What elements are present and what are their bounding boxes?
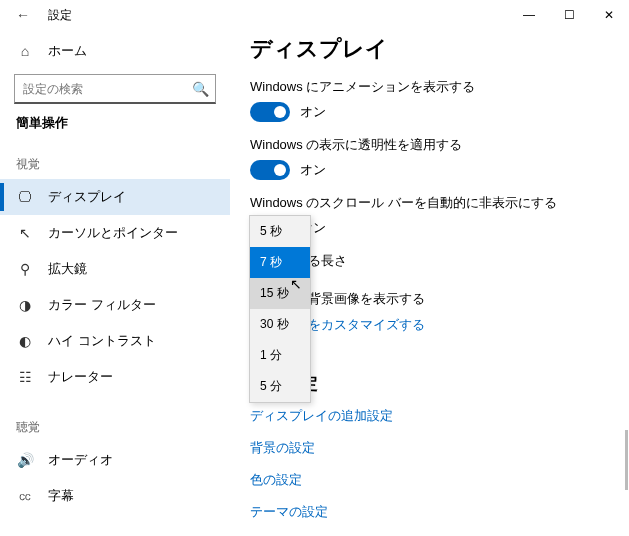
minimize-button[interactable]: — — [509, 0, 549, 30]
home-nav[interactable]: ⌂ ホーム — [0, 34, 230, 68]
home-icon: ⌂ — [16, 43, 34, 59]
narrator-icon: ☷ — [16, 369, 34, 385]
sidebar-item-color-filter[interactable]: ◑ カラー フィルター — [0, 287, 230, 323]
setting-animations-label: Windows にアニメーションを表示する — [250, 78, 611, 96]
sidebar-item-label: カーソルとポインター — [48, 224, 178, 242]
magnifier-icon: ⚲ — [16, 261, 34, 277]
scrollbar-indicator[interactable] — [625, 430, 628, 490]
toggle-animations-state: オン — [300, 103, 326, 121]
sidebar-item-magnifier[interactable]: ⚲ 拡大鏡 — [0, 251, 230, 287]
duration-dropdown[interactable]: 5 秒 7 秒 15 秒 30 秒 1 分 5 分 — [249, 215, 311, 403]
dropdown-option-5m[interactable]: 5 分 — [250, 371, 310, 402]
sidebar-item-label: 拡大鏡 — [48, 260, 87, 278]
sidebar-item-label: ナレーター — [48, 368, 113, 386]
audio-icon: 🔊 — [16, 452, 34, 468]
search-icon: 🔍 — [192, 81, 209, 97]
dropdown-option-7s[interactable]: 7 秒 — [250, 247, 310, 278]
link-background[interactable]: 背景の設定 — [250, 439, 611, 457]
dropdown-option-15s[interactable]: 15 秒 — [250, 278, 310, 309]
display-icon: 🖵 — [16, 189, 34, 205]
dropdown-option-5s[interactable]: 5 秒 — [250, 216, 310, 247]
close-button[interactable]: ✕ — [589, 0, 629, 30]
sidebar-item-label: 字幕 — [48, 487, 74, 505]
window-controls: — ☐ ✕ — [509, 0, 629, 30]
maximize-button[interactable]: ☐ — [549, 0, 589, 30]
link-display-additional[interactable]: ディスプレイの追加設定 — [250, 407, 611, 425]
window-title: 設定 — [48, 7, 72, 24]
sidebar-item-display[interactable]: 🖵 ディスプレイ — [0, 179, 230, 215]
cursor-icon: ↖ — [16, 225, 34, 241]
sidebar-item-label: オーディオ — [48, 451, 113, 469]
group-hearing: 聴覚 — [0, 411, 230, 442]
sidebar-item-high-contrast[interactable]: ◐ ハイ コントラスト — [0, 323, 230, 359]
link-theme[interactable]: テーマの設定 — [250, 503, 611, 521]
search-input[interactable] — [23, 82, 192, 96]
captions-icon: ㏄ — [16, 487, 34, 505]
home-label: ホーム — [48, 42, 87, 60]
toggle-transparency-state: オン — [300, 161, 326, 179]
link-color[interactable]: 色の設定 — [250, 471, 611, 489]
toggle-transparency[interactable] — [250, 160, 290, 180]
toggle-animations[interactable] — [250, 102, 290, 122]
title-bar: ← 設定 — ☐ ✕ — [0, 0, 629, 30]
sidebar-item-captions[interactable]: ㏄ 字幕 — [0, 478, 230, 514]
high-contrast-icon: ◐ — [16, 333, 34, 349]
setting-transparency-label: Windows の表示に透明性を適用する — [250, 136, 611, 154]
color-filter-icon: ◑ — [16, 297, 34, 313]
sidebar-item-narrator[interactable]: ☷ ナレーター — [0, 359, 230, 395]
sidebar-item-cursor[interactable]: ↖ カーソルとポインター — [0, 215, 230, 251]
dropdown-option-30s[interactable]: 30 秒 — [250, 309, 310, 340]
setting-scrollbar-label: Windows のスクロール バーを自動的に非表示にする — [250, 194, 611, 212]
page-title: ディスプレイ — [250, 34, 611, 64]
sidebar-item-label: カラー フィルター — [48, 296, 156, 314]
sidebar-item-audio[interactable]: 🔊 オーディオ — [0, 442, 230, 478]
dropdown-option-1m[interactable]: 1 分 — [250, 340, 310, 371]
back-button[interactable]: ← — [8, 0, 38, 30]
group-vision: 視覚 — [0, 148, 230, 179]
search-box[interactable]: 🔍 — [14, 74, 216, 104]
category-header: 簡単操作 — [0, 114, 230, 132]
sidebar: ⌂ ホーム 🔍 簡単操作 視覚 🖵 ディスプレイ ↖ カーソルとポインター ⚲ … — [0, 30, 230, 536]
sidebar-item-label: ハイ コントラスト — [48, 332, 156, 350]
sidebar-item-label: ディスプレイ — [48, 188, 126, 206]
